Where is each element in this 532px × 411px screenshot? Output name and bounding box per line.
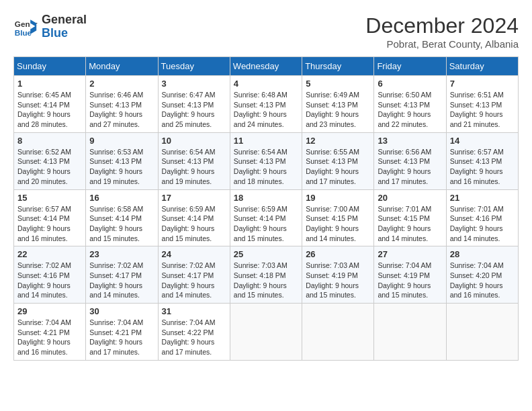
- day-number: 12: [306, 136, 370, 146]
- calendar-cell: 13 Sunrise: 6:56 AM Sunset: 4:13 PM Dayl…: [374, 132, 446, 189]
- calendar-cell: 31 Sunrise: 7:04 AM Sunset: 4:22 PM Dayl…: [158, 304, 230, 361]
- day-number: 4: [234, 79, 298, 89]
- calendar: SundayMondayTuesdayWednesdayThursdayFrid…: [13, 56, 519, 361]
- weekday-header-saturday: Saturday: [446, 57, 518, 76]
- calendar-cell: 19 Sunrise: 7:00 AM Sunset: 4:15 PM Dayl…: [302, 189, 374, 246]
- week-row-2: 8 Sunrise: 6:52 AM Sunset: 4:13 PM Dayli…: [14, 132, 519, 189]
- title-block: December 2024 Pobrat, Berat County, Alba…: [365, 13, 519, 50]
- day-number: 6: [378, 79, 442, 89]
- day-number: 3: [162, 79, 226, 89]
- week-row-1: 1 Sunrise: 6:45 AM Sunset: 4:14 PM Dayli…: [14, 76, 519, 133]
- month-title: December 2024: [365, 13, 519, 38]
- day-info: Sunrise: 7:01 AM Sunset: 4:15 PM Dayligh…: [378, 204, 442, 244]
- weekday-header-monday: Monday: [86, 57, 158, 76]
- day-info: Sunrise: 7:02 AM Sunset: 4:17 PM Dayligh…: [89, 261, 154, 300]
- calendar-cell: 23 Sunrise: 7:02 AM Sunset: 4:17 PM Dayl…: [86, 246, 158, 304]
- calendar-cell: 7 Sunrise: 6:51 AM Sunset: 4:13 PM Dayli…: [446, 76, 518, 133]
- day-number: 13: [378, 136, 442, 146]
- day-info: Sunrise: 6:47 AM Sunset: 4:13 PM Dayligh…: [162, 90, 226, 130]
- calendar-cell: [374, 304, 446, 361]
- day-number: 5: [306, 79, 370, 89]
- calendar-cell: [230, 304, 302, 361]
- svg-text:Blue: Blue: [15, 28, 32, 36]
- day-info: Sunrise: 6:45 AM Sunset: 4:14 PM Dayligh…: [17, 90, 82, 130]
- calendar-cell: [302, 304, 374, 361]
- day-info: Sunrise: 6:58 AM Sunset: 4:14 PM Dayligh…: [89, 204, 154, 244]
- calendar-cell: 11 Sunrise: 6:54 AM Sunset: 4:13 PM Dayl…: [230, 132, 302, 189]
- day-info: Sunrise: 6:54 AM Sunset: 4:13 PM Dayligh…: [234, 147, 298, 187]
- calendar-cell: 18 Sunrise: 6:59 AM Sunset: 4:14 PM Dayl…: [230, 189, 302, 246]
- day-number: 15: [17, 193, 82, 203]
- day-number: 1: [17, 79, 82, 89]
- weekday-header-sunday: Sunday: [14, 57, 86, 76]
- day-number: 2: [89, 79, 154, 89]
- day-info: Sunrise: 6:57 AM Sunset: 4:13 PM Dayligh…: [450, 147, 515, 187]
- calendar-cell: 8 Sunrise: 6:52 AM Sunset: 4:13 PM Dayli…: [14, 132, 86, 189]
- day-number: 22: [17, 249, 82, 259]
- calendar-cell: 24 Sunrise: 7:02 AM Sunset: 4:17 PM Dayl…: [158, 246, 230, 304]
- calendar-cell: 6 Sunrise: 6:50 AM Sunset: 4:13 PM Dayli…: [374, 76, 446, 133]
- day-info: Sunrise: 7:04 AM Sunset: 4:21 PM Dayligh…: [17, 318, 82, 357]
- day-number: 11: [234, 136, 298, 146]
- day-number: 24: [162, 249, 226, 259]
- day-info: Sunrise: 7:04 AM Sunset: 4:21 PM Dayligh…: [89, 318, 154, 357]
- day-info: Sunrise: 6:50 AM Sunset: 4:13 PM Dayligh…: [378, 90, 442, 130]
- calendar-cell: 16 Sunrise: 6:58 AM Sunset: 4:14 PM Dayl…: [86, 189, 158, 246]
- weekday-header-wednesday: Wednesday: [230, 57, 302, 76]
- logo-text: General Blue: [42, 13, 87, 40]
- day-info: Sunrise: 7:03 AM Sunset: 4:18 PM Dayligh…: [234, 261, 298, 300]
- day-info: Sunrise: 6:57 AM Sunset: 4:14 PM Dayligh…: [17, 204, 82, 244]
- day-info: Sunrise: 7:02 AM Sunset: 4:16 PM Dayligh…: [17, 261, 82, 300]
- day-number: 25: [234, 249, 298, 259]
- calendar-cell: 22 Sunrise: 7:02 AM Sunset: 4:16 PM Dayl…: [14, 246, 86, 304]
- week-row-4: 22 Sunrise: 7:02 AM Sunset: 4:16 PM Dayl…: [14, 246, 519, 304]
- logo-icon: General Blue: [13, 15, 38, 39]
- day-number: 28: [450, 249, 515, 259]
- day-number: 19: [306, 193, 370, 203]
- day-number: 21: [450, 193, 515, 203]
- calendar-cell: 29 Sunrise: 7:04 AM Sunset: 4:21 PM Dayl…: [14, 304, 86, 361]
- calendar-cell: 3 Sunrise: 6:47 AM Sunset: 4:13 PM Dayli…: [158, 76, 230, 133]
- calendar-cell: 17 Sunrise: 6:59 AM Sunset: 4:14 PM Dayl…: [158, 189, 230, 246]
- day-info: Sunrise: 7:01 AM Sunset: 4:16 PM Dayligh…: [450, 204, 515, 244]
- day-info: Sunrise: 7:04 AM Sunset: 4:20 PM Dayligh…: [450, 261, 515, 300]
- day-number: 9: [89, 136, 154, 146]
- weekday-header-friday: Friday: [374, 57, 446, 76]
- calendar-cell: 28 Sunrise: 7:04 AM Sunset: 4:20 PM Dayl…: [446, 246, 518, 304]
- week-row-3: 15 Sunrise: 6:57 AM Sunset: 4:14 PM Dayl…: [14, 189, 519, 246]
- day-number: 30: [89, 306, 154, 316]
- week-row-5: 29 Sunrise: 7:04 AM Sunset: 4:21 PM Dayl…: [14, 304, 519, 361]
- logo: General Blue General Blue: [13, 13, 87, 40]
- day-number: 31: [162, 306, 226, 316]
- calendar-cell: 20 Sunrise: 7:01 AM Sunset: 4:15 PM Dayl…: [374, 189, 446, 246]
- day-number: 20: [378, 193, 442, 203]
- calendar-cell: 9 Sunrise: 6:53 AM Sunset: 4:13 PM Dayli…: [86, 132, 158, 189]
- calendar-cell: 12 Sunrise: 6:55 AM Sunset: 4:13 PM Dayl…: [302, 132, 374, 189]
- day-info: Sunrise: 6:59 AM Sunset: 4:14 PM Dayligh…: [162, 204, 226, 244]
- calendar-cell: 27 Sunrise: 7:04 AM Sunset: 4:19 PM Dayl…: [374, 246, 446, 304]
- calendar-cell: 5 Sunrise: 6:49 AM Sunset: 4:13 PM Dayli…: [302, 76, 374, 133]
- calendar-cell: 21 Sunrise: 7:01 AM Sunset: 4:16 PM Dayl…: [446, 189, 518, 246]
- day-info: Sunrise: 6:51 AM Sunset: 4:13 PM Dayligh…: [450, 90, 515, 130]
- calendar-cell: [446, 304, 518, 361]
- weekday-header-thursday: Thursday: [302, 57, 374, 76]
- day-info: Sunrise: 6:53 AM Sunset: 4:13 PM Dayligh…: [89, 147, 154, 187]
- day-info: Sunrise: 6:52 AM Sunset: 4:13 PM Dayligh…: [17, 147, 82, 187]
- day-number: 10: [162, 136, 226, 146]
- day-info: Sunrise: 6:49 AM Sunset: 4:13 PM Dayligh…: [306, 90, 370, 130]
- weekday-header-row: SundayMondayTuesdayWednesdayThursdayFrid…: [14, 57, 519, 76]
- day-number: 27: [378, 249, 442, 259]
- day-info: Sunrise: 6:46 AM Sunset: 4:13 PM Dayligh…: [89, 90, 154, 130]
- calendar-cell: 25 Sunrise: 7:03 AM Sunset: 4:18 PM Dayl…: [230, 246, 302, 304]
- day-number: 17: [162, 193, 226, 203]
- calendar-cell: 1 Sunrise: 6:45 AM Sunset: 4:14 PM Dayli…: [14, 76, 86, 133]
- day-number: 23: [89, 249, 154, 259]
- day-info: Sunrise: 6:48 AM Sunset: 4:13 PM Dayligh…: [234, 90, 298, 130]
- day-info: Sunrise: 7:02 AM Sunset: 4:17 PM Dayligh…: [162, 261, 226, 300]
- day-number: 26: [306, 249, 370, 259]
- day-info: Sunrise: 6:56 AM Sunset: 4:13 PM Dayligh…: [378, 147, 442, 187]
- day-info: Sunrise: 6:55 AM Sunset: 4:13 PM Dayligh…: [306, 147, 370, 187]
- calendar-cell: 15 Sunrise: 6:57 AM Sunset: 4:14 PM Dayl…: [14, 189, 86, 246]
- day-number: 29: [17, 306, 82, 316]
- calendar-cell: 14 Sunrise: 6:57 AM Sunset: 4:13 PM Dayl…: [446, 132, 518, 189]
